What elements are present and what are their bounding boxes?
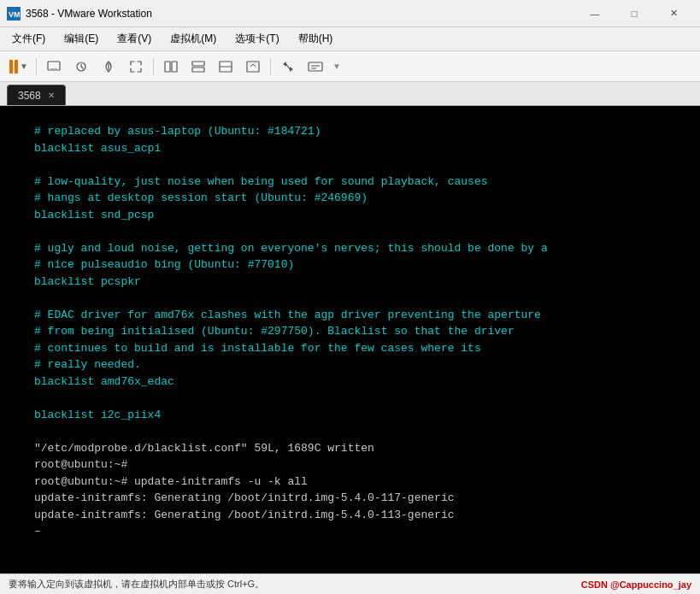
menu-vm[interactable]: 虚拟机(M) <box>162 28 225 50</box>
terminal-line: # EDAC driver for amd76x clashes with th… <box>34 307 666 324</box>
svg-rect-9 <box>192 68 204 72</box>
menu-bar: 文件(F) 编辑(E) 查看(V) 虚拟机(M) 选项卡(T) 帮助(H) <box>0 27 700 51</box>
toolbar: ▼ <box>0 51 700 82</box>
terminal-line: blacklist amd76x_edac <box>34 373 666 391</box>
window-controls[interactable]: — □ ✕ <box>575 0 693 27</box>
svg-rect-6 <box>165 62 170 72</box>
terminal-line <box>34 223 666 240</box>
title-bar: VM 3568 - VMware Workstation — □ ✕ <box>0 0 700 27</box>
window-title: 3568 - VMware Workstation <box>26 8 575 20</box>
minimize-button[interactable]: — <box>575 0 615 27</box>
status-bar: 要将输入定向到该虚拟机，请在虚拟机内部单击或按 Ctrl+G。 CSDN @Ca… <box>0 573 700 594</box>
settings-button[interactable] <box>303 55 327 79</box>
terminal-line: # low-quality, just noise when being use… <box>34 173 666 191</box>
close-button[interactable]: ✕ <box>654 0 693 27</box>
terminal-line: blacklist pcspkr <box>34 273 666 291</box>
terminal-line: update-initramfs: Generating /boot/initr… <box>34 490 666 507</box>
svg-rect-8 <box>192 62 204 66</box>
terminal-line: blacklist i2c_piix4 <box>34 407 666 424</box>
toolbar-separator-1 <box>36 58 37 75</box>
toolbar-separator-2 <box>153 58 154 75</box>
tab-bar: 3568 ✕ <box>0 82 700 106</box>
svg-text:VM: VM <box>9 10 21 19</box>
status-left: 要将输入定向到该虚拟机，请在虚拟机内部单击或按 Ctrl+G。 <box>9 578 264 591</box>
tab-close-button[interactable]: ✕ <box>48 91 55 100</box>
terminal-line: # from being initialised (Ubuntu: #29775… <box>34 323 666 340</box>
tab-label: 3568 <box>18 90 41 102</box>
suspend-button[interactable] <box>97 55 121 79</box>
switch-view-button[interactable] <box>276 55 300 79</box>
view-mode-2[interactable] <box>186 55 210 79</box>
terminal-line: # hangs at desktop session start (Ubuntu… <box>34 190 666 207</box>
terminal-line: # nice pulseaudio bing (Ubuntu: #77010) <box>34 256 666 273</box>
terminal-line: # really needed. <box>34 356 666 373</box>
terminal-line: # replaced by asus-laptop (Ubuntu: #1847… <box>34 123 666 140</box>
terminal-line: blacklist asus_acpi <box>34 140 666 157</box>
terminal-line <box>34 390 666 407</box>
view-mode-4[interactable] <box>241 55 265 79</box>
menu-file[interactable]: 文件(F) <box>3 28 54 50</box>
terminal-cursor-line: – <box>34 523 666 540</box>
app-icon: VM <box>7 7 21 21</box>
terminal-line <box>34 423 666 440</box>
terminal-line: # continues to build and is installable … <box>34 340 666 357</box>
svg-rect-12 <box>247 62 259 72</box>
svg-rect-14 <box>309 62 322 71</box>
vm-viewport[interactable]: # replaced by asus-laptop (Ubuntu: #1847… <box>0 106 700 573</box>
svg-rect-7 <box>172 62 177 72</box>
terminal-line: blacklist snd_pcsp <box>34 207 666 224</box>
svg-rect-3 <box>50 68 57 71</box>
terminal-line: root@ubuntu:~# update-initramfs -u -k al… <box>34 473 666 491</box>
toolbar-separator-3 <box>270 58 271 75</box>
menu-view[interactable]: 查看(V) <box>109 28 160 50</box>
terminal-line: root@ubuntu:~# <box>34 456 666 473</box>
status-right: CSDN @Cappuccino_jay <box>581 579 691 590</box>
svg-line-13 <box>286 64 290 69</box>
tab-3568[interactable]: 3568 ✕ <box>7 85 66 105</box>
terminal-line: update-initramfs: Generating /boot/initr… <box>34 507 666 524</box>
menu-tabs[interactable]: 选项卡(T) <box>226 28 287 50</box>
terminal-line <box>34 156 666 173</box>
send-ctrl-alt-del-button[interactable] <box>42 55 66 79</box>
view-mode-3[interactable] <box>214 55 238 79</box>
terminal-line: # ugly and loud noise, getting on everyo… <box>34 240 666 257</box>
menu-edit[interactable]: 编辑(E) <box>56 28 107 50</box>
pause-button[interactable]: ▼ <box>7 55 31 79</box>
snapshot-button[interactable] <box>69 55 93 79</box>
menu-help[interactable]: 帮助(H) <box>290 28 342 50</box>
fullscreen-button[interactable] <box>124 55 148 79</box>
view-mode-1[interactable] <box>159 55 183 79</box>
terminal-line: "/etc/modprobe.d/blacklist.conf" 59L, 16… <box>34 440 666 457</box>
restore-button[interactable]: □ <box>615 0 654 27</box>
terminal-line <box>34 290 666 307</box>
